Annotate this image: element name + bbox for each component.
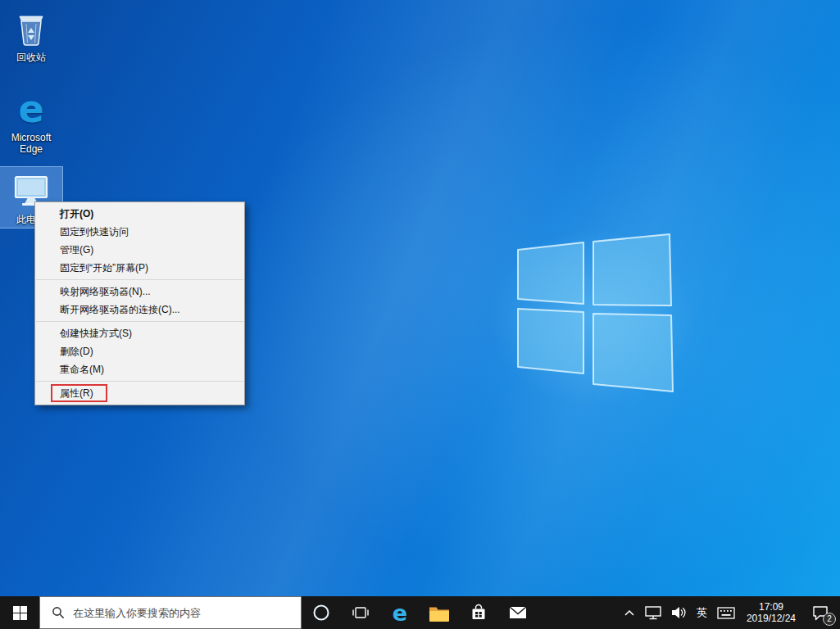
menu-separator: [36, 321, 243, 322]
taskbar: e: [0, 596, 840, 629]
menu-item-rename[interactable]: 重命名(M): [35, 360, 244, 378]
this-pc-context-menu: 打开(O) 固定到快速访问 管理(G) 固定到“开始”屏幕(P) 映射网络驱动器…: [34, 201, 245, 405]
mail-button[interactable]: [498, 596, 538, 629]
edge-icon: e: [0, 88, 62, 129]
cortana-button[interactable]: [302, 596, 341, 629]
recycle-bin-icon: [0, 8, 62, 49]
menu-item-open[interactable]: 打开(O): [35, 205, 244, 223]
notification-badge: 2: [823, 613, 836, 626]
menu-item-properties[interactable]: 属性(R): [35, 384, 244, 402]
menu-item-pin-to-start[interactable]: 固定到“开始”屏幕(P): [35, 259, 244, 277]
menu-item-delete[interactable]: 删除(D): [35, 342, 244, 360]
clock[interactable]: 17:09 2019/12/24: [740, 596, 802, 629]
menu-item-properties-label: 属性(R): [60, 387, 93, 399]
network-tray-button[interactable]: [640, 596, 666, 629]
taskbar-search[interactable]: [39, 596, 302, 629]
clock-time: 17:09: [759, 601, 783, 613]
cortana-icon: [312, 604, 330, 622]
menu-separator: [36, 279, 243, 280]
task-view-button[interactable]: [341, 596, 380, 629]
action-center-button[interactable]: 2: [802, 596, 838, 629]
task-view-icon: [352, 604, 369, 621]
menu-item-pin-to-quick-access[interactable]: 固定到快速访问: [35, 223, 244, 241]
edge-icon: e: [393, 602, 407, 624]
system-tray: 英 17:09 2019/12/24 2: [619, 596, 840, 629]
network-icon: [645, 606, 661, 620]
touch-keyboard-button[interactable]: [712, 596, 740, 629]
mail-icon: [509, 606, 527, 619]
windows-start-icon: [13, 606, 27, 620]
clock-date: 2019/12/24: [747, 613, 796, 624]
file-explorer-button[interactable]: [420, 596, 459, 629]
menu-separator: [36, 381, 243, 382]
start-button[interactable]: [0, 596, 39, 629]
red-annotation-box: 属性(R): [51, 384, 107, 402]
desktop-icon-microsoft-edge[interactable]: e Microsoft Edge: [0, 85, 62, 157]
search-input[interactable]: [73, 607, 301, 619]
desktop-icon-label: Microsoft Edge: [0, 132, 62, 155]
keyboard-icon: [717, 607, 735, 619]
menu-item-disconnect-network-drive[interactable]: 断开网络驱动器的连接(C)...: [35, 301, 244, 319]
edge-taskbar-button[interactable]: e: [380, 596, 420, 629]
menu-item-manage[interactable]: 管理(G): [35, 241, 244, 259]
search-icon: [52, 606, 65, 619]
desktop-icon-recycle-bin[interactable]: 回收站: [0, 5, 62, 66]
desktop-icon-label: 回收站: [0, 52, 62, 63]
file-explorer-icon: [429, 604, 450, 622]
microsoft-store-icon: [470, 604, 488, 622]
volume-tray-button[interactable]: [666, 596, 692, 629]
show-hidden-icons-button[interactable]: [619, 596, 640, 629]
ime-language-label: 英: [697, 605, 707, 620]
windows-logo-wallpaper: [502, 230, 683, 400]
menu-item-create-shortcut[interactable]: 创建快捷方式(S): [35, 324, 244, 342]
desktop: 回收站 e Microsoft Edge 此电脑 打开(O) 固定到快速访问 管…: [0, 0, 840, 629]
chevron-up-icon: [624, 609, 635, 617]
microsoft-store-button[interactable]: [459, 596, 498, 629]
speaker-icon: [671, 606, 687, 619]
menu-item-map-network-drive[interactable]: 映射网络驱动器(N)...: [35, 283, 244, 301]
ime-language-button[interactable]: 英: [692, 596, 712, 629]
